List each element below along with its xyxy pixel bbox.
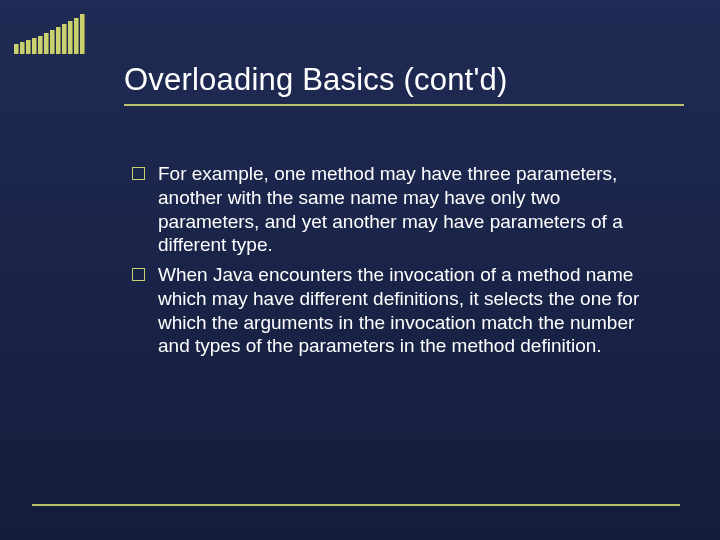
footer-rule (32, 504, 680, 506)
decor-bar (44, 33, 49, 54)
decor-bar (32, 38, 37, 54)
decor-bar (68, 21, 73, 54)
decor-bar (50, 30, 55, 54)
corner-bars-decoration (14, 14, 85, 54)
slide-title: Overloading Basics (cont'd) (124, 62, 660, 98)
decor-bar (14, 44, 19, 54)
decor-bar (26, 40, 31, 54)
decor-bar (20, 42, 25, 54)
decor-bar (62, 24, 67, 54)
title-underline (124, 104, 684, 106)
slide-content: Overloading Basics (cont'd) For example,… (124, 62, 660, 480)
bullet-list: For example, one method may have three p… (124, 162, 660, 358)
decor-bar (56, 27, 61, 54)
decor-bar (74, 18, 79, 54)
bullet-item: When Java encounters the invocation of a… (132, 263, 660, 358)
bullet-item: For example, one method may have three p… (132, 162, 660, 257)
decor-bar (80, 14, 85, 54)
decor-bar (38, 36, 43, 54)
